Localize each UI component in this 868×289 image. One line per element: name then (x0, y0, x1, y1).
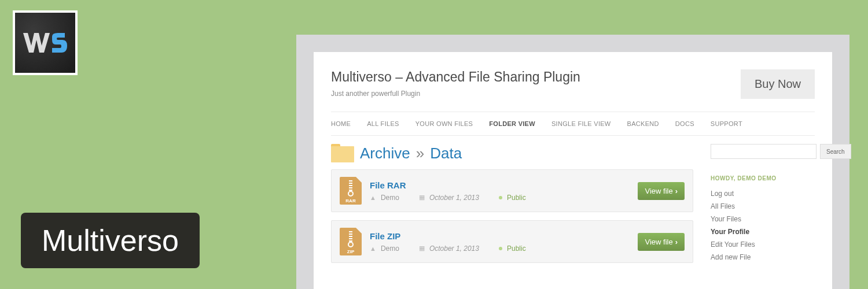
visibility-dot-icon (499, 196, 502, 199)
nav-item-home[interactable]: HOME (331, 120, 351, 127)
file-meta: ▲Demo▦October 1, 2013Public (370, 244, 630, 253)
main-column: Archive » Data RARFile RAR▲Demo▦October … (331, 144, 693, 271)
breadcrumb-separator: » (416, 144, 424, 162)
calendar-icon: ▦ (419, 194, 425, 201)
howdy-greeting: HOWDY, DEMO DEMO (711, 175, 815, 181)
file-type-icon: ZIP (340, 228, 362, 255)
breadcrumb-current[interactable]: Data (430, 144, 462, 162)
file-date: October 1, 2013 (429, 244, 479, 253)
sidebar-link[interactable]: Add new File (711, 251, 815, 264)
sidebar-link[interactable]: Your Profile (711, 225, 815, 238)
calendar-icon: ▦ (419, 244, 425, 252)
file-author: Demo (381, 194, 399, 202)
ws-logo (15, 13, 75, 73)
visibility-dot-icon (499, 247, 502, 250)
file-author: Demo (381, 244, 399, 253)
file-card: ZIPFile ZIP▲Demo▦October 1, 2013PublicVi… (331, 220, 693, 263)
view-file-button[interactable]: View file › (638, 182, 685, 200)
app-screenshot-panel: Multiverso – Advanced File Sharing Plugi… (296, 35, 849, 289)
nav-item-support[interactable]: SUPPORT (711, 120, 742, 127)
folder-icon (331, 144, 354, 162)
content-row: Archive » Data RARFile RAR▲Demo▦October … (331, 144, 815, 271)
file-card: RARFile RAR▲Demo▦October 1, 2013PublicVi… (331, 169, 693, 212)
file-name-link[interactable]: File ZIP (370, 231, 630, 241)
sidebar-link[interactable]: Your Files (711, 213, 815, 225)
nav-item-backend[interactable]: BACKEND (627, 120, 659, 127)
sidebar-link[interactable]: All Files (711, 200, 815, 213)
search-row: Search (711, 144, 815, 159)
page-subtitle: Just another powerfull Plugin (331, 90, 580, 98)
ws-logo-icon (22, 28, 68, 57)
app-header: Multiverso – Advanced File Sharing Plugi… (331, 69, 815, 112)
sidebar-column: Search HOWDY, DEMO DEMO Log outAll Files… (711, 144, 815, 271)
nav-item-single-file-view[interactable]: SINGLE FILE VIEW (551, 120, 611, 127)
view-file-button[interactable]: View file › (638, 233, 685, 251)
file-ext-label: RAR (340, 198, 362, 203)
breadcrumb: Archive » Data (331, 144, 693, 162)
file-meta: ▲Demo▦October 1, 2013Public (370, 194, 630, 202)
main-nav: HOMEALL FILESYOUR OWN FILESFOLDER VIEWSI… (331, 112, 815, 136)
nav-item-all-files[interactable]: ALL FILES (367, 120, 399, 127)
buy-now-button[interactable]: Buy Now (741, 69, 815, 99)
app-window: Multiverso – Advanced File Sharing Plugi… (314, 52, 832, 289)
sidebar-link[interactable]: Edit Your Files (711, 238, 815, 251)
ws-logo-box (13, 10, 78, 75)
product-title-badge: Multiverso (21, 213, 200, 268)
chevron-right-icon: › (675, 187, 678, 195)
file-list: RARFile RAR▲Demo▦October 1, 2013PublicVi… (331, 169, 693, 263)
nav-item-folder-view[interactable]: FOLDER VIEW (489, 120, 535, 127)
search-button[interactable]: Search (820, 144, 851, 159)
file-visibility: Public (507, 194, 526, 202)
file-date: October 1, 2013 (429, 194, 479, 202)
file-name-link[interactable]: File RAR (370, 180, 630, 190)
product-title: Multiverso (42, 224, 179, 257)
chevron-right-icon: › (675, 238, 678, 246)
user-icon: ▲ (370, 194, 376, 201)
nav-item-your-own-files[interactable]: YOUR OWN FILES (415, 120, 473, 127)
sidebar-link[interactable]: Log out (711, 187, 815, 200)
file-ext-label: ZIP (340, 249, 362, 254)
page-title: Multiverso – Advanced File Sharing Plugi… (331, 69, 580, 85)
file-type-icon: RAR (340, 177, 362, 205)
user-icon: ▲ (370, 245, 376, 252)
search-input[interactable] (711, 144, 816, 159)
nav-item-docs[interactable]: DOCS (675, 120, 694, 127)
breadcrumb-root[interactable]: Archive (360, 144, 410, 162)
file-visibility: Public (507, 244, 526, 253)
sidebar-links: Log outAll FilesYour FilesYour ProfileEd… (711, 187, 815, 264)
